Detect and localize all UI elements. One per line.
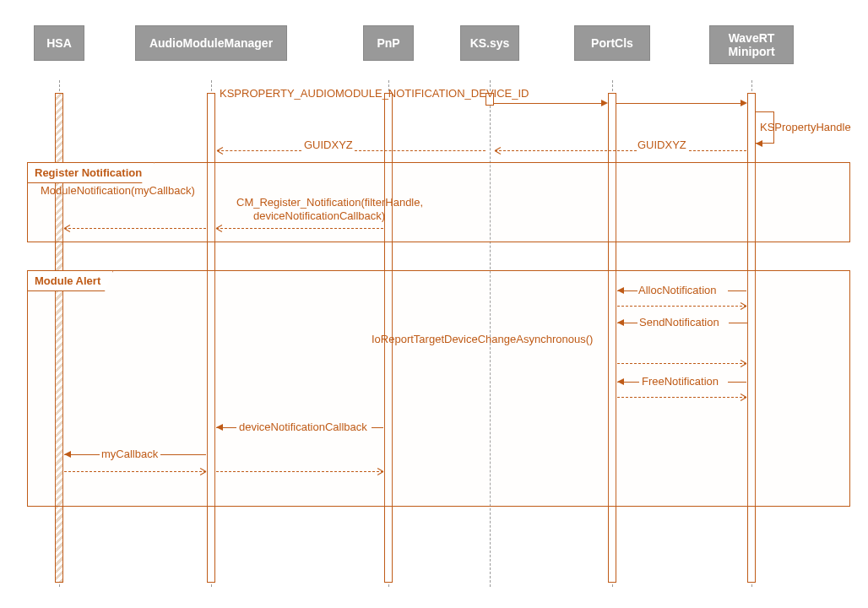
arrowhead [617,287,624,294]
arrowhead [601,100,608,106]
participant-hsa: HSA [34,25,84,61]
arrow-dashed [64,228,206,229]
participant-portcls: PortCls [574,25,650,61]
arrowhead [64,451,71,458]
msg-guidxyz: GUIDXYZ [304,138,353,151]
arrow [160,454,206,455]
msg-freenotif: FreeNotification [642,375,719,388]
msg-cmregister1: CM_Register_Notification(filterHandle, [236,196,423,209]
msg-cmregister2: deviceNotificationCallback) [253,209,385,222]
arrowhead [617,378,624,385]
arrow-dashed [617,363,746,364]
msg-guidxyz: GUIDXYZ [637,138,686,151]
frame-register: Register Notification [27,162,850,242]
participant-ks: KS.sys [460,25,519,61]
arrowhead [617,319,624,326]
arrowhead [741,100,747,106]
arrow-dashed [617,306,746,307]
arrow-dashed [355,150,486,151]
frame-label-alert: Module Alert [27,270,113,291]
msg-ksproperty: KSPROPERTY_AUDIOMODULE_NOTIFICATION_DEVI… [220,87,529,100]
participant-pnp: PnP [363,25,414,61]
msg-allocnotif: AllocNotification [638,284,717,296]
arrow-dashed [216,471,383,472]
arrowhead [756,140,762,147]
arrow-dashed [689,150,746,151]
arrow-dashed [64,471,206,472]
msg-sendnotif: SendNotification [639,316,719,328]
arrow [372,427,383,428]
arrow-dashed [617,397,746,398]
participant-amm: AudioModuleManager [135,25,287,61]
msg-devicecb: deviceNotificationCallback [239,421,367,433]
msg-modulenotif: ModuleNotification(myCallback) [41,184,195,197]
arrow-dashed [495,150,637,151]
msg-ioreport: IoReportTargetDeviceChangeAsynchronous() [372,333,593,345]
selfcall [756,111,774,144]
arrow-dashed [216,228,383,229]
arrow [728,382,746,383]
arrow-dashed [217,150,301,151]
arrow [729,323,747,323]
msg-mycallback: myCallback [101,448,158,460]
frame-label-register: Register Notification [27,162,155,183]
participant-wavert: WaveRT Miniport [709,25,794,64]
arrow [616,103,746,104]
arrow [494,103,606,104]
arrow [728,290,746,291]
arrowhead [216,424,223,431]
